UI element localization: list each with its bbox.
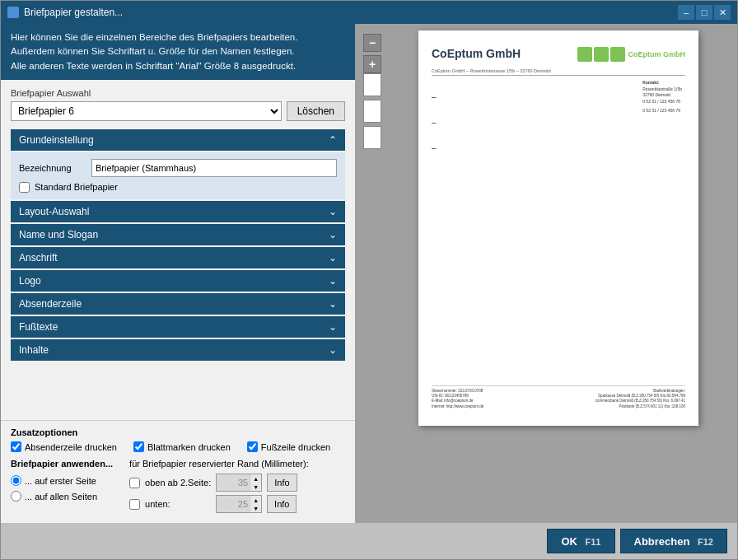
anwenden-label: Briefpapier anwenden...: [11, 459, 113, 469]
rand-unten-up-arrow[interactable]: ▲: [250, 496, 261, 504]
alle-seiten-radio[interactable]: [11, 491, 21, 502]
cancel-button[interactable]: Abbrechen F12: [620, 529, 728, 553]
accordion-absenderzeile-header[interactable]: Absenderzeile ⌄: [11, 293, 345, 315]
rand-section: für Briefpapier reservierter Rand (Milli…: [129, 459, 345, 516]
minimize-button[interactable]: –: [678, 5, 694, 20]
contact-line-3: 32760 Detmold: [642, 92, 682, 99]
rand-oben-row: oben ab 2.Seite: ▲ ▼ Info: [129, 474, 345, 492]
window-title: Briefpapier gestalten...: [24, 7, 123, 18]
ok-button[interactable]: OK F11: [547, 529, 614, 553]
title-bar: Briefpapier gestalten... – □ ✕: [1, 1, 737, 24]
page-icon-3[interactable]: [363, 126, 381, 149]
contact-line-1: Kontakt:: [642, 80, 682, 86]
rand-oben-arrows: ▲ ▼: [250, 474, 261, 491]
maximize-button[interactable]: □: [696, 5, 712, 20]
page-icon-1[interactable]: [363, 73, 381, 96]
zoom-controls: − +: [363, 34, 381, 73]
ok-key: F11: [586, 537, 601, 547]
close-button[interactable]: ✕: [714, 5, 731, 20]
footer-right: Bankverbindungen: Sparkasse Detmold (B.Z…: [596, 389, 685, 409]
blattmarken-check-item: Blattmarken drucken: [133, 441, 231, 452]
layout-label: Layout-Auswahl: [19, 206, 89, 217]
anwenden-left: Briefpapier anwenden... ... auf erster S…: [11, 459, 113, 502]
contact-line-4: 0 52 31 / 123 456 78: [642, 99, 682, 105]
loeschen-button[interactable]: Löschen: [287, 101, 345, 121]
ok-label: OK: [561, 535, 577, 548]
rand-unten-check[interactable]: [129, 499, 140, 510]
briefpapier-select[interactable]: Briefpapier 6: [11, 101, 282, 121]
blattmarken-check-label: Blattmarken drucken: [147, 442, 231, 452]
standard-checkbox[interactable]: [19, 182, 30, 193]
chevron-down-icon-logo: ⌄: [329, 275, 337, 287]
contact-line-2: Rosenblutstraße 1/5b: [642, 86, 682, 93]
rand-oben-up-arrow[interactable]: ▲: [250, 474, 261, 483]
inhalte-label: Inhalte: [19, 344, 49, 356]
title-bar-controls: – □ ✕: [678, 5, 731, 20]
fusszeile-check-item: Fußzeile drucken: [247, 441, 330, 452]
preview-contact: Kontakt: Rosenblutstraße 1/5b 32760 Detm…: [642, 80, 682, 114]
logo-text: CoEptum GmbH: [628, 50, 686, 58]
rand-oben-input[interactable]: [217, 474, 250, 491]
checkboxes-row: Absenderzeile drucken Blattmarken drucke…: [11, 441, 345, 452]
rand-oben-label: oben ab 2.Seite:: [145, 478, 211, 488]
info-banner: Hier können Sie die einzelnen Bereiche d…: [1, 24, 355, 80]
zoom-out-button[interactable]: −: [363, 34, 381, 52]
chevron-down-icon-fusstexte: ⌄: [329, 321, 337, 333]
accordion-anschrift-header[interactable]: Anschrift ⌄: [11, 247, 345, 268]
left-scrollable[interactable]: Briefpapier Auswahl Briefpapier 6 Lösche…: [1, 80, 355, 420]
accordion-grundeinstellung-content: Bezeichnung Standard Briefpapier: [11, 152, 345, 199]
left-panel: Hier können Sie die einzelnen Bereiche d…: [1, 24, 355, 523]
fusstexte-label: Fußtexte: [19, 321, 58, 333]
footer-left: Steuernummer: 313.0720.0708 USt-ID: DE12…: [432, 389, 483, 409]
anschrift-label: Anschrift: [19, 252, 58, 264]
info-line-2: Außerdem können Sie Schriftart u. Größe …: [11, 44, 345, 58]
erste-seite-radio[interactable]: [11, 475, 21, 486]
chevron-down-icon-anschrift: ⌄: [329, 252, 337, 264]
accordion-layout-header[interactable]: Layout-Auswahl ⌄: [11, 201, 345, 222]
preview-footer: Steuernummer: 313.0720.0708 USt-ID: DE12…: [432, 385, 685, 409]
accordion-fusstexte-header[interactable]: Fußtexte ⌄: [11, 316, 345, 338]
rand-unten-input[interactable]: [217, 496, 250, 512]
name-label: Name und Slogan: [19, 229, 98, 240]
info-unten-button[interactable]: Info: [267, 495, 297, 513]
cancel-key: F12: [698, 537, 713, 547]
logo-box-2: [594, 47, 609, 62]
rand-unten-spinner: ▲ ▼: [216, 495, 262, 513]
page-icon-2[interactable]: [363, 100, 381, 123]
chevron-down-icon-absenderzeile: ⌄: [329, 298, 337, 310]
absenderzeile-label: Absenderzeile: [19, 298, 82, 310]
rand-unten-down-arrow[interactable]: ▼: [250, 504, 261, 512]
bezeichnung-input[interactable]: [91, 159, 337, 177]
chevron-down-icon-name: ⌄: [329, 229, 337, 240]
main-window: Briefpapier gestalten... – □ ✕ Hier könn…: [0, 0, 738, 560]
page-icons: [363, 73, 381, 149]
preview-logo: CoEptum GmbH: [577, 47, 686, 62]
zoom-in-button[interactable]: +: [363, 55, 381, 73]
accordion-inhalte-header[interactable]: Inhalte ⌄: [11, 339, 345, 361]
rand-unten-arrows: ▲ ▼: [250, 496, 261, 512]
accordion-grundeinstellung-header[interactable]: Grundeinstellung ⌃: [11, 129, 345, 151]
anwenden-section: Briefpapier anwenden... ... auf erster S…: [11, 459, 345, 516]
fusszeile-check[interactable]: [247, 441, 258, 452]
rand-title: für Briefpapier reservierter Rand (Milli…: [129, 459, 345, 469]
rand-oben-check[interactable]: [129, 478, 140, 488]
bottom-options: Zusatzoptionen Absenderzeile drucken Bla…: [1, 420, 355, 523]
rand-oben-down-arrow[interactable]: ▼: [250, 483, 261, 491]
fusszeile-check-label: Fußzeile drucken: [261, 442, 330, 452]
cancel-label: Abbrechen: [634, 535, 690, 548]
standard-label: Standard Briefpapier: [35, 182, 118, 192]
accordion-name-header[interactable]: Name und Slogan ⌄: [11, 224, 345, 245]
briefpapier-dropdown-row: Briefpapier 6 Löschen: [11, 101, 345, 121]
absenderzeile-check[interactable]: [11, 441, 21, 452]
erste-seite-label: ... auf erster Seite: [25, 476, 96, 486]
accordion-logo-header[interactable]: Logo ⌄: [11, 270, 345, 292]
bezeichnung-label: Bezeichnung: [19, 163, 85, 173]
absenderzeile-check-label: Absenderzeile drucken: [25, 442, 117, 452]
contact-line-5: 0 52 31 / 123 456 79: [642, 108, 682, 114]
alle-seiten-radio-item: ... auf allen Seiten: [11, 491, 113, 502]
alle-seiten-label: ... auf allen Seiten: [25, 492, 97, 502]
window-icon: [7, 7, 19, 18]
info-oben-button[interactable]: Info: [267, 474, 297, 492]
blattmarken-check[interactable]: [133, 441, 144, 452]
info-line-1: Hier können Sie die einzelnen Bereiche d…: [11, 30, 345, 44]
